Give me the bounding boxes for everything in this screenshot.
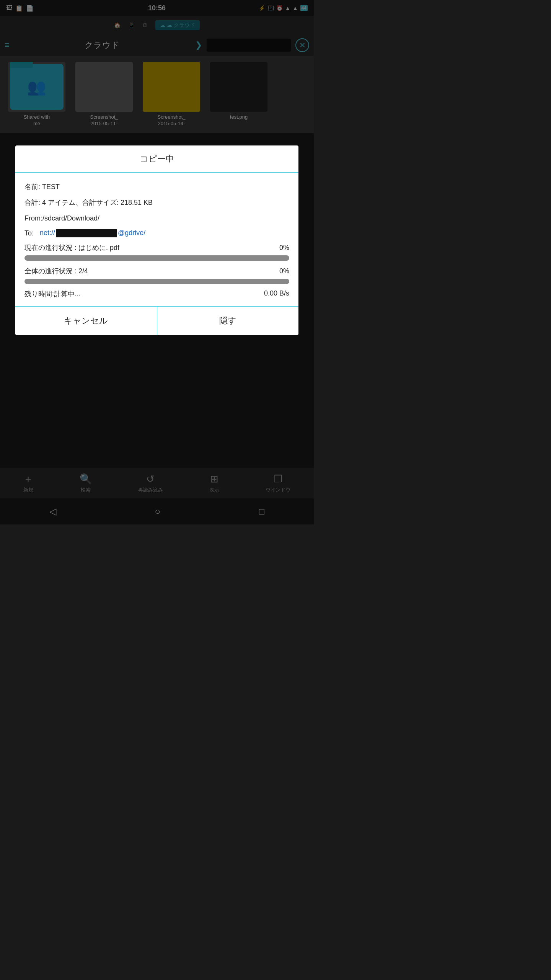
current-progress-label: 現在の進行状況 : はじめに. pdf	[24, 243, 119, 253]
total-progress-value: 0%	[279, 266, 289, 276]
time-row: 残り時間:計算中... 0.00 B/s	[24, 289, 289, 299]
current-progress-row: 現在の進行状況 : はじめに. pdf 0%	[24, 243, 289, 253]
total-progress-row: 全体の進行状況 : 2/4 0%	[24, 266, 289, 276]
to-link: net://@gdrive/	[40, 229, 145, 237]
current-progress-bar	[24, 255, 289, 261]
dialog-from-row: From:/sdcard/Download/	[24, 213, 289, 224]
dialog-name-row: 名前: TEST	[24, 182, 289, 192]
total-progress-label: 全体の進行状況 : 2/4	[24, 266, 88, 276]
dialog-to-row: To: net://@gdrive/	[24, 229, 289, 237]
cancel-button[interactable]: キャンセル	[15, 307, 157, 335]
to-label: To:	[24, 229, 34, 237]
dialog-total-row: 合計: 4 アイテム、合計サイズ: 218.51 KB	[24, 198, 289, 208]
dialog-body: 名前: TEST 合計: 4 アイテム、合計サイズ: 218.51 KB Fro…	[15, 173, 298, 306]
speed-label: 0.00 B/s	[264, 289, 289, 299]
time-remaining-label: 残り時間:計算中...	[24, 289, 80, 299]
dialog-title: コピー中	[15, 145, 298, 173]
dialog-actions: キャンセル 隠す	[15, 306, 298, 335]
to-prefix: net://	[40, 229, 55, 237]
hide-button[interactable]: 隠す	[157, 307, 299, 335]
copy-dialog: コピー中 名前: TEST 合計: 4 アイテム、合計サイズ: 218.51 K…	[15, 145, 298, 335]
total-progress-bar	[24, 279, 289, 284]
current-progress-value: 0%	[279, 243, 289, 253]
to-redacted	[56, 229, 117, 237]
to-suffix: @gdrive/	[118, 229, 145, 237]
